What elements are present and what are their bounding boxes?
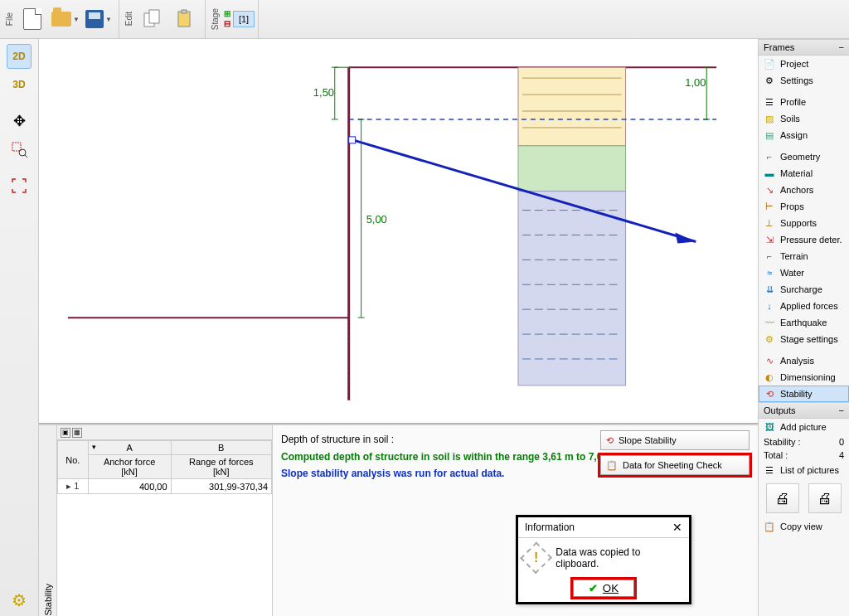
dialog-message: Data was copied to clipboard.: [555, 546, 682, 570]
open-file-button[interactable]: ▼: [51, 4, 80, 34]
toolbar-group-edit: Edit: [119, 0, 206, 38]
dim-left-lower: 5,00: [366, 213, 387, 226]
sidebar-item-applied[interactable]: ↓Applied forces: [759, 298, 849, 314]
sidebar-item-water[interactable]: ≈Water: [759, 264, 849, 281]
info-icon: !: [520, 541, 552, 574]
sidebar-item-profile[interactable]: ☰Profile: [759, 94, 849, 110]
drawing-canvas[interactable]: 1,50 5,00 1,00: [39, 39, 758, 424]
new-file-button[interactable]: [17, 4, 47, 34]
sidebar-item-geometry[interactable]: ⌐Geometry: [759, 148, 849, 165]
svg-rect-12: [518, 146, 626, 192]
depth-label: Depth of structure in soil :: [281, 434, 394, 445]
frames-header: Frames−: [759, 39, 849, 56]
sidebar-item-props[interactable]: ⊢Props: [759, 198, 849, 215]
svg-rect-28: [349, 137, 356, 143]
information-dialog: Information ✕ ! Data was copied to clipb…: [516, 515, 691, 604]
analysis-info: Depth of structure in soil : d = [m] Com…: [273, 425, 758, 616]
zoom-box-button[interactable]: [7, 137, 32, 162]
outputs-header: Outputs−: [759, 402, 849, 419]
dim-right: 1,00: [685, 76, 706, 89]
dialog-ok-button[interactable]: ✔OK: [573, 580, 634, 597]
add-picture-button[interactable]: 🖼Add picture: [759, 419, 849, 435]
sidebar-item-earthquake[interactable]: 〰Earthquake: [759, 314, 849, 331]
print-button-2[interactable]: 🖨: [808, 483, 842, 513]
toolbar-group-stage: Stage ⊞ ⊟ [1]: [206, 0, 259, 38]
settings-gear-button[interactable]: ⚙: [7, 588, 32, 613]
table-row[interactable]: ▸ 1 400,00 301,99-370,34: [58, 479, 272, 494]
bottom-panel-title: Stability: [39, 425, 57, 616]
print-button-1[interactable]: 🖨: [766, 483, 799, 513]
sidebar-item-assign[interactable]: ▤Assign: [759, 127, 849, 143]
anchor-table-area: ▣ ▦ No. ▾A B Anchor force[kN] Range of f…: [57, 425, 273, 616]
toolbar-group-file: File ▼ ▼: [0, 0, 119, 38]
sidebar-item-surcharge[interactable]: ⇊Surcharge: [759, 281, 849, 298]
view-2d-button[interactable]: 2D: [7, 44, 32, 69]
view-3d-button[interactable]: 3D: [7, 72, 32, 97]
table-btn-2[interactable]: ▦: [72, 428, 82, 438]
svg-rect-11: [518, 67, 626, 146]
sidebar-item-project[interactable]: 📄Project: [759, 56, 849, 72]
pan-button[interactable]: ✥: [7, 109, 32, 133]
toolbar-label-stage: Stage: [209, 7, 221, 32]
sidebar-item-analysis[interactable]: ∿Analysis: [759, 352, 849, 369]
sidebar-item-material[interactable]: ▬Material: [759, 165, 849, 182]
sidebar-item-pressure[interactable]: ⇲Pressure deter.: [759, 231, 849, 248]
data-sheeting-check-button[interactable]: 📋Data for Sheeting Check: [600, 455, 750, 475]
left-toolbar: 2D 3D ✥ ⚙: [0, 39, 39, 616]
col-b-label: B: [218, 443, 224, 453]
save-file-button[interactable]: ▼: [84, 4, 114, 34]
sidebar-item-supports[interactable]: ⊥Supports: [759, 215, 849, 231]
table-btn-1[interactable]: ▣: [61, 428, 70, 438]
collapse-icon[interactable]: −: [839, 42, 844, 52]
sidebar-item-stagesettings[interactable]: ⚙Stage settings: [759, 331, 849, 347]
dialog-close-button[interactable]: ✕: [672, 521, 682, 534]
svg-point-5: [19, 149, 26, 156]
zoom-extents-button[interactable]: [7, 173, 32, 198]
col-no: No.: [58, 441, 89, 479]
remove-stage-button[interactable]: ⊟: [224, 21, 230, 27]
svg-marker-27: [675, 232, 696, 243]
slope-stability-button[interactable]: ⟲Slope Stability: [600, 430, 750, 450]
stage-tab-1[interactable]: [1]: [233, 11, 255, 27]
svg-rect-4: [12, 143, 21, 151]
sidebar-item-soils[interactable]: ▨Soils: [759, 110, 849, 127]
toolbar-label-file: File: [3, 11, 16, 27]
copy-view-button[interactable]: 📋Copy view: [759, 518, 849, 535]
paste-button[interactable]: [170, 4, 200, 34]
anchor-table[interactable]: No. ▾A B Anchor force[kN] Range of force…: [57, 440, 272, 494]
sidebar-item-anchors[interactable]: ↘Anchors: [759, 182, 849, 198]
collapse-icon[interactable]: −: [839, 405, 844, 415]
col-a-label: A: [126, 443, 132, 453]
list-pictures-button[interactable]: ☰List of pictures: [759, 462, 849, 478]
sidebar-item-settings[interactable]: ⚙Settings: [759, 72, 849, 89]
dim-left-upper: 1,50: [313, 86, 334, 99]
svg-rect-13: [518, 192, 626, 386]
svg-line-6: [25, 155, 27, 158]
add-stage-button[interactable]: ⊞: [224, 11, 230, 17]
top-toolbar: File ▼ ▼ Edit Stage ⊞ ⊟ [1]: [0, 0, 849, 39]
copy-button[interactable]: [137, 4, 167, 34]
dialog-title: Information: [525, 521, 575, 533]
sidebar-item-dimensioning[interactable]: ◐Dimensioning: [759, 369, 849, 386]
toolbar-label-edit: Edit: [123, 10, 135, 27]
sidebar-item-stability[interactable]: ⟲Stability: [759, 386, 849, 402]
svg-rect-3: [182, 10, 187, 13]
sidebar-item-terrain[interactable]: ⌐Terrain: [759, 248, 849, 264]
svg-rect-1: [149, 10, 159, 23]
bottom-panel: Stability ▣ ▦ No. ▾A B Anchor force[kN] …: [39, 424, 758, 616]
svg-rect-2: [178, 12, 190, 27]
right-panel: Frames− 📄Project ⚙Settings ☰Profile ▨Soi…: [758, 39, 849, 616]
